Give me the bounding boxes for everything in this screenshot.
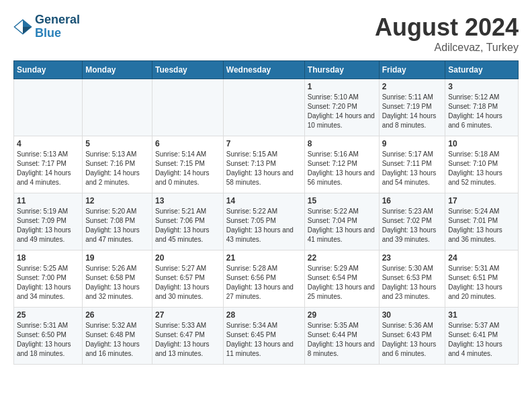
- calendar-cell-w5-d1: 26Sunrise: 5:32 AM Sunset: 6:48 PM Dayli…: [83, 308, 152, 365]
- day-number: 25: [17, 310, 79, 320]
- calendar-cell-w1-d4: 1Sunrise: 5:10 AM Sunset: 7:20 PM Daylig…: [304, 79, 379, 136]
- calendar-cell-w1-d2: [152, 79, 224, 136]
- calendar-week-3: 11Sunrise: 5:19 AM Sunset: 7:09 PM Dayli…: [14, 193, 519, 250]
- header-saturday: Saturday: [445, 61, 519, 79]
- calendar-cell-w2-d1: 5Sunrise: 5:13 AM Sunset: 7:16 PM Daylig…: [83, 136, 152, 193]
- day-number: 16: [382, 196, 443, 205]
- calendar-cell-w3-d3: 14Sunrise: 5:22 AM Sunset: 7:05 PM Dayli…: [223, 193, 304, 250]
- day-info: Sunrise: 5:11 AM Sunset: 7:19 PM Dayligh…: [382, 93, 443, 130]
- day-info: Sunrise: 5:35 AM Sunset: 6:44 PM Dayligh…: [308, 321, 376, 359]
- calendar-cell-w4-d0: 18Sunrise: 5:25 AM Sunset: 7:00 PM Dayli…: [14, 250, 83, 308]
- day-number: 28: [226, 310, 302, 320]
- calendar-cell-w3-d0: 11Sunrise: 5:19 AM Sunset: 7:09 PM Dayli…: [14, 193, 83, 250]
- calendar-cell-w2-d0: 4Sunrise: 5:13 AM Sunset: 7:17 PM Daylig…: [14, 136, 83, 193]
- day-info: Sunrise: 5:23 AM Sunset: 7:02 PM Dayligh…: [382, 207, 443, 244]
- day-number: 31: [448, 310, 515, 320]
- day-info: Sunrise: 5:15 AM Sunset: 7:13 PM Dayligh…: [226, 150, 302, 187]
- calendar-cell-w5-d2: 27Sunrise: 5:33 AM Sunset: 6:47 PM Dayli…: [152, 308, 224, 365]
- calendar-week-4: 18Sunrise: 5:25 AM Sunset: 7:00 PM Dayli…: [14, 250, 519, 308]
- calendar-week-2: 4Sunrise: 5:13 AM Sunset: 7:17 PM Daylig…: [14, 136, 519, 193]
- day-number: 19: [85, 253, 149, 263]
- day-number: 6: [155, 139, 220, 148]
- day-info: Sunrise: 5:27 AM Sunset: 6:57 PM Dayligh…: [155, 264, 220, 302]
- day-number: 23: [382, 253, 443, 263]
- day-number: 30: [382, 310, 443, 320]
- day-info: Sunrise: 5:20 AM Sunset: 7:08 PM Dayligh…: [85, 207, 149, 244]
- day-number: 12: [85, 196, 149, 205]
- day-info: Sunrise: 5:16 AM Sunset: 7:12 PM Dayligh…: [308, 150, 376, 187]
- calendar-header-row: Sunday Monday Tuesday Wednesday Thursday…: [14, 61, 519, 79]
- day-info: Sunrise: 5:13 AM Sunset: 7:16 PM Dayligh…: [85, 150, 149, 187]
- calendar-cell-w2-d2: 6Sunrise: 5:14 AM Sunset: 7:15 PM Daylig…: [152, 136, 224, 193]
- day-info: Sunrise: 5:34 AM Sunset: 6:45 PM Dayligh…: [226, 321, 302, 359]
- logo-icon: [13, 17, 32, 36]
- title-block: August 2024 Adilcevaz, Turkey: [375, 13, 519, 54]
- calendar-cell-w5-d3: 28Sunrise: 5:34 AM Sunset: 6:45 PM Dayli…: [223, 308, 304, 365]
- calendar-cell-w4-d3: 21Sunrise: 5:28 AM Sunset: 6:56 PM Dayli…: [223, 250, 304, 308]
- calendar-cell-w2-d3: 7Sunrise: 5:15 AM Sunset: 7:13 PM Daylig…: [223, 136, 304, 193]
- day-number: 3: [448, 82, 515, 91]
- header-friday: Friday: [379, 61, 445, 79]
- day-info: Sunrise: 5:19 AM Sunset: 7:09 PM Dayligh…: [17, 207, 79, 244]
- day-info: Sunrise: 5:28 AM Sunset: 6:56 PM Dayligh…: [226, 264, 302, 302]
- header-wednesday: Wednesday: [223, 61, 304, 79]
- calendar-week-5: 25Sunrise: 5:31 AM Sunset: 6:50 PM Dayli…: [14, 308, 519, 365]
- calendar-cell-w3-d1: 12Sunrise: 5:20 AM Sunset: 7:08 PM Dayli…: [83, 193, 152, 250]
- day-info: Sunrise: 5:13 AM Sunset: 7:17 PM Dayligh…: [17, 150, 79, 187]
- day-info: Sunrise: 5:17 AM Sunset: 7:11 PM Dayligh…: [382, 150, 443, 187]
- calendar-cell-w1-d5: 2Sunrise: 5:11 AM Sunset: 7:19 PM Daylig…: [379, 79, 445, 136]
- day-info: Sunrise: 5:12 AM Sunset: 7:18 PM Dayligh…: [448, 93, 515, 130]
- calendar-cell-w3-d6: 17Sunrise: 5:24 AM Sunset: 7:01 PM Dayli…: [445, 193, 519, 250]
- day-info: Sunrise: 5:18 AM Sunset: 7:10 PM Dayligh…: [448, 150, 515, 187]
- calendar-cell-w3-d4: 15Sunrise: 5:22 AM Sunset: 7:04 PM Dayli…: [304, 193, 379, 250]
- day-info: Sunrise: 5:37 AM Sunset: 6:41 PM Dayligh…: [448, 321, 515, 359]
- calendar-cell-w4-d4: 22Sunrise: 5:29 AM Sunset: 6:54 PM Dayli…: [304, 250, 379, 308]
- day-number: 4: [17, 139, 79, 148]
- calendar-cell-w3-d2: 13Sunrise: 5:21 AM Sunset: 7:06 PM Dayli…: [152, 193, 224, 250]
- day-number: 27: [155, 310, 220, 320]
- calendar-cell-w2-d6: 10Sunrise: 5:18 AM Sunset: 7:10 PM Dayli…: [445, 136, 519, 193]
- calendar-cell-w5-d6: 31Sunrise: 5:37 AM Sunset: 6:41 PM Dayli…: [445, 308, 519, 365]
- location: Adilcevaz, Turkey: [375, 42, 519, 54]
- page-header: General Blue August 2024 Adilcevaz, Turk…: [13, 13, 519, 54]
- day-info: Sunrise: 5:22 AM Sunset: 7:05 PM Dayligh…: [226, 207, 302, 244]
- day-info: Sunrise: 5:26 AM Sunset: 6:58 PM Dayligh…: [85, 264, 149, 302]
- day-number: 5: [85, 139, 149, 148]
- day-number: 8: [308, 139, 376, 148]
- calendar-cell-w2-d5: 9Sunrise: 5:17 AM Sunset: 7:11 PM Daylig…: [379, 136, 445, 193]
- day-number: 9: [382, 139, 443, 148]
- day-number: 15: [308, 196, 376, 205]
- day-info: Sunrise: 5:10 AM Sunset: 7:20 PM Dayligh…: [308, 93, 376, 130]
- calendar-cell-w3-d5: 16Sunrise: 5:23 AM Sunset: 7:02 PM Dayli…: [379, 193, 445, 250]
- day-number: 26: [85, 310, 149, 320]
- calendar-cell-w4-d6: 24Sunrise: 5:31 AM Sunset: 6:51 PM Dayli…: [445, 250, 519, 308]
- day-number: 18: [17, 253, 79, 263]
- day-number: 17: [448, 196, 515, 205]
- day-number: 10: [448, 139, 515, 148]
- calendar-week-1: 1Sunrise: 5:10 AM Sunset: 7:20 PM Daylig…: [14, 79, 519, 136]
- calendar-cell-w5-d4: 29Sunrise: 5:35 AM Sunset: 6:44 PM Dayli…: [304, 308, 379, 365]
- header-monday: Monday: [83, 61, 152, 79]
- logo: General Blue: [13, 13, 80, 40]
- day-info: Sunrise: 5:25 AM Sunset: 7:00 PM Dayligh…: [17, 264, 79, 302]
- day-info: Sunrise: 5:36 AM Sunset: 6:43 PM Dayligh…: [382, 321, 443, 359]
- day-number: 21: [226, 253, 302, 263]
- day-number: 2: [382, 82, 443, 91]
- calendar-cell-w4-d2: 20Sunrise: 5:27 AM Sunset: 6:57 PM Dayli…: [152, 250, 224, 308]
- day-number: 22: [308, 253, 376, 263]
- calendar-cell-w1-d3: [223, 79, 304, 136]
- header-tuesday: Tuesday: [152, 61, 224, 79]
- day-number: 11: [17, 196, 79, 205]
- header-thursday: Thursday: [304, 61, 379, 79]
- day-info: Sunrise: 5:31 AM Sunset: 6:51 PM Dayligh…: [448, 264, 515, 302]
- day-number: 20: [155, 253, 220, 263]
- day-number: 7: [226, 139, 302, 148]
- logo-text: General Blue: [35, 13, 80, 40]
- day-info: Sunrise: 5:24 AM Sunset: 7:01 PM Dayligh…: [448, 207, 515, 244]
- calendar-cell-w4-d1: 19Sunrise: 5:26 AM Sunset: 6:58 PM Dayli…: [83, 250, 152, 308]
- day-number: 24: [448, 253, 515, 263]
- day-info: Sunrise: 5:22 AM Sunset: 7:04 PM Dayligh…: [308, 207, 376, 244]
- calendar-cell-w4-d5: 23Sunrise: 5:30 AM Sunset: 6:53 PM Dayli…: [379, 250, 445, 308]
- day-info: Sunrise: 5:32 AM Sunset: 6:48 PM Dayligh…: [85, 321, 149, 359]
- day-info: Sunrise: 5:21 AM Sunset: 7:06 PM Dayligh…: [155, 207, 220, 244]
